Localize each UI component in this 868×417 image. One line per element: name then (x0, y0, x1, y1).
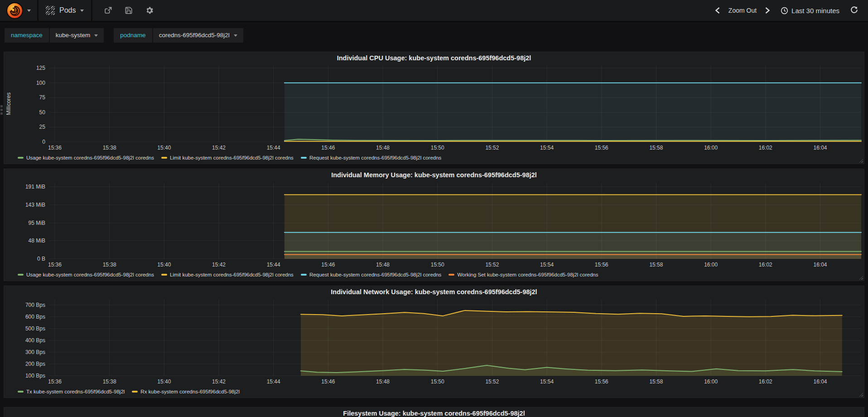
refresh-icon (850, 6, 858, 14)
svg-text:16:00: 16:00 (704, 145, 718, 151)
svg-text:16:02: 16:02 (759, 378, 772, 385)
svg-text:15:50: 15:50 (431, 378, 444, 385)
legend-key-icon (301, 157, 307, 159)
legend-item[interactable]: Usage kube-system coredns-695f96dcd5-98j… (18, 272, 154, 277)
cpu-usage-chart[interactable]: 025507510012515:3615:3815:4015:4215:4415… (4, 52, 864, 154)
svg-text:16:02: 16:02 (759, 145, 772, 151)
panel-title[interactable]: Individual CPU Usage: kube-system coredn… (4, 54, 864, 62)
row-drag-handle[interactable] (0, 105, 3, 115)
svg-text:191 MiB: 191 MiB (25, 184, 45, 190)
chevron-down-icon (94, 34, 98, 37)
legend-label: Limit kube-system coredns-695f96dcd5-98j… (170, 155, 294, 160)
legend-key-icon (301, 274, 307, 276)
svg-text:500 Bps: 500 Bps (25, 325, 45, 332)
dashboard-picker[interactable]: Pods (39, 0, 91, 21)
dashboard-panels: Individual CPU Usage: kube-system coredn… (0, 52, 868, 417)
svg-text:15:42: 15:42 (212, 262, 226, 268)
chevron-right-icon (765, 7, 771, 14)
svg-text:15:40: 15:40 (157, 262, 171, 268)
dashboard-grid-icon (46, 6, 55, 15)
legend-key-icon (448, 274, 454, 276)
svg-text:50: 50 (39, 109, 46, 116)
svg-text:400 Bps: 400 Bps (25, 337, 45, 344)
svg-text:15:54: 15:54 (540, 378, 554, 385)
svg-text:100: 100 (36, 80, 45, 86)
legend-label: Tx kube-system coredns-695f96dcd5-98j2l (26, 389, 125, 394)
panel-resize-handle[interactable] (858, 392, 863, 397)
legend-item[interactable]: Limit kube-system coredns-695f96dcd5-98j… (161, 155, 294, 160)
cpu-usage-legend: Usage kube-system coredns-695f96dcd5-98j… (18, 155, 858, 160)
svg-text:700 Bps: 700 Bps (25, 302, 45, 308)
network-usage-legend: Tx kube-system coredns-695f96dcd5-98j2lR… (18, 389, 858, 394)
svg-text:95 MiB: 95 MiB (29, 220, 45, 226)
save-icon (125, 6, 133, 15)
svg-text:Millicores: Millicores (5, 92, 12, 115)
panel-title[interactable]: Filesystem Usage: kube-system coredns-69… (4, 410, 864, 417)
time-range-button[interactable]: Last 30 minutes (776, 7, 844, 15)
panel-title[interactable]: Individual Memory Usage: kube-system cor… (4, 171, 864, 179)
svg-text:15:46: 15:46 (321, 145, 335, 151)
network-usage-chart[interactable]: 100 Bps200 Bps300 Bps400 Bps500 Bps600 B… (4, 286, 864, 388)
panel-resize-handle[interactable] (858, 275, 863, 280)
svg-text:15:44: 15:44 (267, 262, 280, 268)
legend-label: Request kube-system coredns-695f96dcd5-9… (309, 272, 442, 277)
svg-text:15:44: 15:44 (267, 378, 280, 385)
legend-item[interactable]: Working Set kube-system coredns-695f96dc… (448, 272, 598, 277)
legend-label: Working Set kube-system coredns-695f96dc… (457, 272, 598, 277)
network-usage-panel: Individual Network Usage: kube-system co… (4, 286, 864, 398)
svg-text:16:00: 16:00 (704, 378, 718, 385)
svg-text:200 Bps: 200 Bps (25, 361, 45, 367)
share-button[interactable] (98, 6, 118, 15)
svg-text:15:50: 15:50 (431, 262, 444, 268)
refresh-button[interactable] (847, 6, 862, 15)
legend-item[interactable]: Request kube-system coredns-695f96dcd5-9… (301, 155, 442, 160)
share-icon (104, 6, 112, 15)
save-button[interactable] (119, 6, 139, 15)
chevron-left-icon (714, 7, 720, 14)
navbar: Pods Zoom Out (0, 0, 868, 22)
legend-key-icon (161, 157, 167, 159)
variable-namespace-dropdown[interactable]: kube-system (50, 28, 104, 43)
chevron-down-icon (80, 10, 84, 12)
legend-label: Rx kube-system coredns-695f96dcd5-98j2l (140, 389, 240, 394)
memory-usage-chart[interactable]: 0 B48 MiB95 MiB143 MiB191 MiB15:3615:381… (4, 169, 864, 271)
svg-text:15:56: 15:56 (595, 145, 608, 151)
legend-key-icon (161, 274, 167, 276)
legend-key-icon (18, 274, 24, 276)
svg-text:100 Bps: 100 Bps (25, 373, 45, 379)
legend-key-icon (18, 157, 24, 159)
svg-text:15:52: 15:52 (485, 145, 499, 151)
svg-text:15:42: 15:42 (212, 145, 226, 151)
svg-text:15:56: 15:56 (595, 378, 608, 385)
legend-key-icon (132, 391, 138, 393)
legend-label: Request kube-system coredns-695f96dcd5-9… (309, 155, 442, 160)
panel-resize-handle[interactable] (858, 158, 863, 163)
legend-item[interactable]: Usage kube-system coredns-695f96dcd5-98j… (18, 155, 154, 160)
svg-text:125: 125 (36, 65, 45, 71)
zoom-out-button[interactable]: Zoom Out (726, 7, 759, 14)
variable-podname-label: podname (114, 28, 153, 43)
svg-text:75: 75 (39, 94, 46, 101)
legend-item[interactable]: Tx kube-system coredns-695f96dcd5-98j2l (18, 389, 125, 394)
legend-label: Usage kube-system coredns-695f96dcd5-98j… (26, 272, 154, 277)
legend-item[interactable]: Request kube-system coredns-695f96dcd5-9… (301, 272, 442, 277)
cpu-usage-panel: Individual CPU Usage: kube-system coredn… (4, 52, 864, 164)
svg-text:16:02: 16:02 (759, 262, 772, 268)
chevron-down-icon (234, 34, 237, 37)
variable-podname-dropdown[interactable]: coredns-695f96dcd5-98j2l (153, 28, 243, 43)
grafana-logo-icon (6, 2, 23, 19)
settings-button[interactable] (140, 6, 159, 15)
legend-item[interactable]: Rx kube-system coredns-695f96dcd5-98j2l (132, 389, 240, 394)
variable-namespace-value: kube-system (56, 28, 91, 43)
legend-label: Limit kube-system coredns-695f96dcd5-98j… (170, 272, 294, 277)
svg-text:15:46: 15:46 (321, 262, 335, 268)
legend-item[interactable]: Limit kube-system coredns-695f96dcd5-98j… (161, 272, 294, 277)
grafana-menu-button[interactable] (0, 0, 37, 21)
svg-text:15:52: 15:52 (485, 378, 499, 385)
time-shift-left-button[interactable] (712, 7, 723, 14)
panel-title[interactable]: Individual Network Usage: kube-system co… (4, 288, 864, 296)
time-shift-right-button[interactable] (762, 7, 773, 14)
gear-icon (145, 6, 154, 15)
svg-text:0: 0 (42, 139, 45, 145)
filesystem-usage-panel: Filesystem Usage: kube-system coredns-69… (4, 407, 864, 417)
